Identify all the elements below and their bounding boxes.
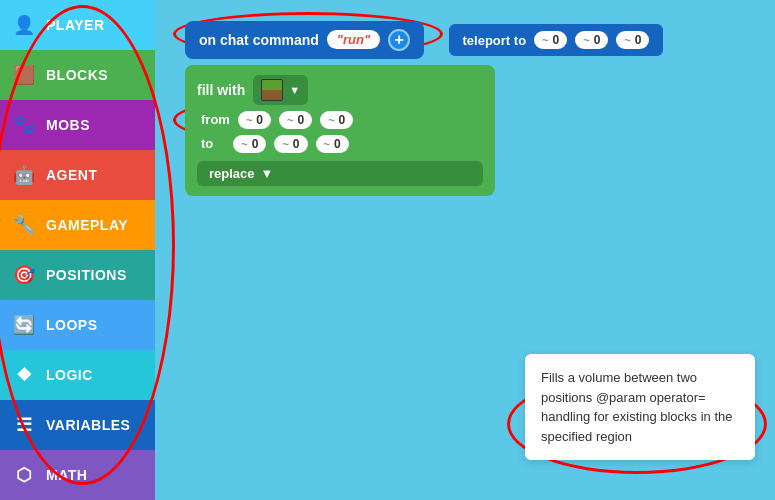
fill-header: fill with ▼ <box>197 75 483 105</box>
sidebar-label-blocks: BLOCKS <box>46 67 108 83</box>
fill-type-dropdown[interactable]: ▼ <box>253 75 308 105</box>
fill-to-label: to <box>201 136 213 151</box>
teleport-coord-z[interactable]: ~ 0 <box>616 31 649 49</box>
sidebar-label-variables: VARIABLES <box>46 417 130 433</box>
sidebar-item-player[interactable]: 👤 PLAYER <box>0 0 155 50</box>
fill-replace-dropdown[interactable]: replace ▼ <box>197 161 483 186</box>
chat-command-plus[interactable]: + <box>388 29 410 51</box>
sidebar-item-gameplay[interactable]: 🔧 GAMEPLAY <box>0 200 155 250</box>
teleport-block[interactable]: teleport to ~ 0 ~ 0 ~ 0 <box>449 24 664 56</box>
fill-from-row: from ~ 0 ~ 0 ~ 0 <box>197 111 483 129</box>
sidebar-item-agent[interactable]: 🤖 AGENT <box>0 150 155 200</box>
sidebar-item-loops[interactable]: 🔄 LOOPS <box>0 300 155 350</box>
player-icon: 👤 <box>12 14 36 36</box>
mobs-icon: 🐾 <box>12 114 36 136</box>
sidebar-label-mobs: MOBS <box>46 117 90 133</box>
fill-dropdown-arrow: ▼ <box>289 84 300 96</box>
sidebar-label-math: MATH <box>46 467 87 483</box>
sidebar-item-mobs[interactable]: 🐾 MOBS <box>0 100 155 150</box>
sidebar-label-player: PLAYER <box>46 17 105 33</box>
tooltip-text: Fills a volume between two positions @pa… <box>541 370 733 444</box>
fill-from-coord-x[interactable]: ~ 0 <box>238 111 271 129</box>
variables-icon: ☰ <box>12 414 36 436</box>
sidebar-label-positions: POSITIONS <box>46 267 127 283</box>
chat-command-block: on chat command "run" + teleport to ~ 0 … <box>185 20 775 196</box>
gameplay-icon: 🔧 <box>12 214 36 236</box>
loops-icon: 🔄 <box>12 314 36 336</box>
fill-label: fill with <box>197 82 245 98</box>
fill-to-row: to ~ 0 ~ 0 ~ 0 <box>197 135 483 153</box>
fill-block: fill with ▼ from ~ 0 ~ 0 ~ <box>185 65 495 196</box>
sidebar-item-blocks[interactable]: 🟫 BLOCKS <box>0 50 155 100</box>
sidebar-item-variables[interactable]: ☰ VARIABLES <box>0 400 155 450</box>
fill-to-coord-x[interactable]: ~ 0 <box>233 135 266 153</box>
fill-from-coord-z[interactable]: ~ 0 <box>320 111 353 129</box>
logic-icon: ❖ <box>12 364 36 386</box>
teleport-coord-x[interactable]: ~ 0 <box>534 31 567 49</box>
sidebar-label-agent: AGENT <box>46 167 98 183</box>
sidebar-label-loops: LOOPS <box>46 317 98 333</box>
sidebar: 👤 PLAYER 🟫 BLOCKS 🐾 MOBS 🤖 AGENT 🔧 GAMEP… <box>0 0 155 500</box>
fill-to-coord-y[interactable]: ~ 0 <box>274 135 307 153</box>
sidebar-label-logic: LOGIC <box>46 367 93 383</box>
chat-command-block-inner[interactable]: on chat command "run" + <box>185 21 424 59</box>
positions-icon: 🎯 <box>12 264 36 286</box>
fill-replace-arrow: ▼ <box>261 166 274 181</box>
annotation-sidebar-circle <box>155 5 175 485</box>
grass-block-icon <box>261 79 283 101</box>
agent-icon: 🤖 <box>12 164 36 186</box>
sidebar-item-logic[interactable]: ❖ LOGIC <box>0 350 155 400</box>
blocks-icon: 🟫 <box>12 64 36 86</box>
sidebar-label-gameplay: GAMEPLAY <box>46 217 128 233</box>
fill-replace-label: replace <box>209 166 255 181</box>
tooltip-box: Fills a volume between two positions @pa… <box>525 354 755 460</box>
teleport-coord-y[interactable]: ~ 0 <box>575 31 608 49</box>
teleport-label: teleport to <box>463 33 527 48</box>
main-workspace: on chat command "run" + teleport to ~ 0 … <box>155 0 775 500</box>
sidebar-item-math[interactable]: ⬡ MATH <box>0 450 155 500</box>
chat-command-label: on chat command <box>199 32 319 48</box>
chat-command-value[interactable]: "run" <box>327 30 380 49</box>
fill-from-coord-y[interactable]: ~ 0 <box>279 111 312 129</box>
fill-to-coord-z[interactable]: ~ 0 <box>316 135 349 153</box>
sidebar-item-positions[interactable]: 🎯 POSITIONS <box>0 250 155 300</box>
fill-from-label: from <box>201 112 230 127</box>
math-icon: ⬡ <box>12 464 36 486</box>
